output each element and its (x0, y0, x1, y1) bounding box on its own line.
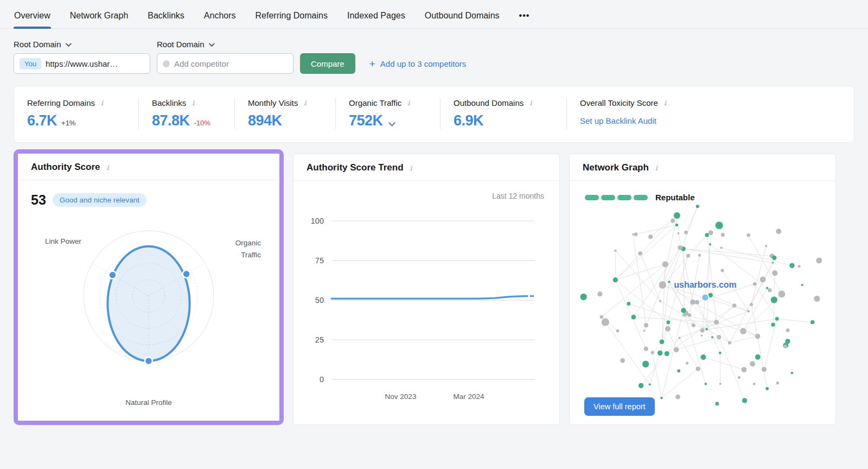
info-icon[interactable]: i (409, 164, 413, 172)
tab-anchors[interactable]: Anchors (203, 9, 237, 28)
network-plot-area: usharbors.com View full report (570, 202, 835, 424)
svg-text:100: 100 (311, 217, 324, 225)
tab-referring-domains[interactable]: Referring Domains (255, 9, 328, 28)
metrics-summary-card: Referring Domainsi 6.7K+1% Backlinksi 87… (14, 86, 854, 143)
card-title: Authority Score Trend (307, 162, 404, 173)
comparison-filters: Root Domain Root Domain You https://www.… (0, 29, 868, 74)
you-domain-input[interactable]: You https://www.ushar… (14, 53, 150, 74)
competitor-input-wrap (157, 53, 293, 74)
competitor-input[interactable] (174, 59, 288, 68)
metric-label: Referring Domains (27, 98, 95, 107)
tab-backlinks[interactable]: Backlinks (147, 9, 185, 28)
info-icon[interactable]: i (191, 99, 195, 107)
svg-text:0: 0 (320, 375, 324, 384)
info-icon[interactable]: i (663, 99, 667, 107)
tab-network-graph[interactable]: Network Graph (69, 9, 129, 28)
widgets-row: Authority Score i 53 Good and niche rele… (0, 143, 868, 425)
network-graph-card: Network Graph i Reputable usharbors.com … (569, 154, 836, 425)
info-icon[interactable]: i (406, 99, 411, 107)
metric-delta: +1% (61, 119, 75, 127)
authority-score-value: 53 (31, 192, 46, 208)
network-legend: Reputable (570, 181, 835, 202)
metric-label: Backlinks (152, 98, 186, 107)
tab-overview[interactable]: Overview (14, 9, 51, 28)
metric-label: Monthly Visits (248, 98, 298, 107)
chevron-down-icon (208, 40, 214, 46)
plus-icon: + (369, 59, 375, 69)
metric-value: 6.7K (27, 112, 57, 129)
radar-axis-organic-traffic: Organic Traffic (227, 237, 261, 261)
setup-backlink-audit-link[interactable]: Set up Backlink Audit (580, 116, 656, 125)
authority-score-radar: Link Power Organic Traffic Natural Profi… (18, 218, 279, 402)
card-title: Authority Score (31, 162, 100, 173)
metric-delta: -10% (194, 119, 210, 127)
add-competitors-link[interactable]: + Add up to 3 competitors (369, 59, 467, 69)
info-icon[interactable]: i (106, 163, 110, 172)
metric-organic-traffic: Organic Traffici 752K (335, 98, 440, 129)
you-domain-value: https://www.ushar… (46, 59, 118, 68)
svg-text:25: 25 (315, 335, 324, 344)
metric-label: Organic Traffic (349, 98, 401, 107)
metric-value: 894K (248, 112, 282, 129)
metric-value: 752K (349, 112, 383, 129)
legend-segment-icon (601, 195, 615, 200)
metric-value: 87.8K (152, 112, 190, 129)
metric-backlinks: Backlinksi 87.8K-10% (138, 98, 234, 129)
legend-segment-icon (617, 195, 631, 200)
info-icon[interactable]: i (528, 99, 533, 107)
organic-traffic-dropdown[interactable]: 752K (349, 112, 427, 129)
radar-axis-link-power: Link Power (45, 237, 81, 245)
report-tabbar: Overview Network Graph Backlinks Anchors… (0, 0, 868, 29)
svg-text:Mar 2024: Mar 2024 (454, 392, 485, 401)
radar-axis-natural-profile: Natural Profile (18, 398, 279, 407)
chevron-down-icon (388, 119, 395, 126)
authority-score-badge: Good and niche relevant (53, 193, 146, 207)
info-icon[interactable]: i (303, 99, 307, 107)
network-scatter: usharbors.com (570, 202, 835, 424)
authority-score-trend-card: Authority Score Trend i Last 12 months 0… (293, 154, 560, 425)
legend-segment-icon (634, 195, 648, 200)
competitor-favicon-placeholder-icon (163, 60, 170, 67)
metric-toxicity-score: Overall Toxicity Scorei Set up Backlink … (566, 98, 854, 129)
authority-score-card: Authority Score i 53 Good and niche rele… (18, 154, 279, 421)
legend-segment-icon (585, 195, 599, 200)
trend-range-label: Last 12 months (293, 181, 559, 200)
tabs-more-button[interactable]: ••• (519, 9, 531, 28)
you-chip: You (20, 58, 41, 69)
chevron-down-icon (65, 40, 71, 46)
info-icon[interactable]: i (100, 99, 104, 107)
you-scope-dropdown[interactable]: Root Domain (14, 40, 157, 49)
you-scope-label: Root Domain (14, 40, 61, 49)
competitor-scope-dropdown[interactable]: Root Domain (157, 40, 299, 49)
metric-outbound-domains: Outbound Domainsi 6.9K (440, 98, 566, 129)
tab-outbound-domains[interactable]: Outbound Domains (424, 9, 500, 28)
svg-text:Nov 2023: Nov 2023 (385, 392, 417, 401)
metric-value: 6.9K (454, 112, 483, 129)
info-icon[interactable]: i (654, 164, 659, 172)
competitor-scope-label: Root Domain (157, 40, 205, 49)
center-domain-label: usharbors.com (674, 280, 737, 289)
svg-text:75: 75 (315, 256, 324, 265)
metric-referring-domains: Referring Domainsi 6.7K+1% (14, 98, 138, 129)
card-title: Network Graph (583, 162, 649, 173)
metric-label: Outbound Domains (454, 98, 524, 107)
svg-text:50: 50 (315, 296, 324, 305)
metric-monthly-visits: Monthly Visitsi 894K (234, 98, 335, 129)
add-competitors-label: Add up to 3 competitors (380, 59, 466, 68)
trend-line-chart: 0255075100Nov 2023Mar 2024 (293, 200, 559, 417)
compare-button[interactable]: Compare (300, 53, 355, 74)
metric-label: Overall Toxicity Score (580, 98, 658, 107)
legend-label: Reputable (655, 193, 695, 202)
view-full-report-button[interactable]: View full report (584, 397, 655, 416)
authority-score-highlight: Authority Score i 53 Good and niche rele… (14, 149, 284, 425)
tab-indexed-pages[interactable]: Indexed Pages (347, 9, 406, 28)
